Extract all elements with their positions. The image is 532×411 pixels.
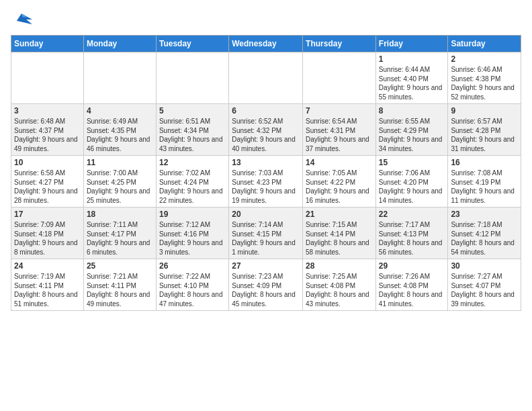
day-number: 23 [451,210,518,219]
day-info: Sunrise: 6:52 AM Sunset: 4:32 PM Dayligh… [232,117,300,153]
day-cell: 13Sunrise: 7:03 AM Sunset: 4:23 PM Dayli… [229,156,303,208]
day-number: 3 [14,106,81,116]
day-number: 22 [379,210,445,219]
day-number: 28 [306,261,373,271]
day-cell: 9Sunrise: 6:57 AM Sunset: 4:28 PM Daylig… [448,104,521,156]
day-cell: 18Sunrise: 7:11 AM Sunset: 4:17 PM Dayli… [83,208,156,259]
day-cell: 24Sunrise: 7:19 AM Sunset: 4:11 PM Dayli… [11,259,84,311]
calendar-header-sunday: Sunday [11,36,84,52]
day-info: Sunrise: 7:22 AM Sunset: 4:10 PM Dayligh… [159,272,226,308]
calendar-header-saturday: Saturday [448,36,521,52]
day-number: 26 [159,261,226,271]
day-number: 18 [87,210,153,219]
day-info: Sunrise: 6:48 AM Sunset: 4:37 PM Dayligh… [14,117,81,153]
day-cell: 23Sunrise: 7:18 AM Sunset: 4:12 PM Dayli… [448,208,521,259]
day-cell: 4Sunrise: 6:49 AM Sunset: 4:35 PM Daylig… [83,104,156,156]
day-info: Sunrise: 7:17 AM Sunset: 4:13 PM Dayligh… [379,220,445,257]
day-cell: 28Sunrise: 7:25 AM Sunset: 4:08 PM Dayli… [303,259,376,311]
day-number: 7 [306,106,373,116]
day-info: Sunrise: 6:51 AM Sunset: 4:34 PM Dayligh… [159,117,226,153]
day-cell: 8Sunrise: 6:55 AM Sunset: 4:29 PM Daylig… [375,104,448,156]
svg-marker-0 [17,13,32,24]
day-cell: 17Sunrise: 7:09 AM Sunset: 4:18 PM Dayli… [11,208,84,259]
day-info: Sunrise: 6:49 AM Sunset: 4:35 PM Dayligh… [87,117,153,153]
day-cell: 21Sunrise: 7:15 AM Sunset: 4:14 PM Dayli… [303,208,376,259]
day-info: Sunrise: 7:27 AM Sunset: 4:07 PM Dayligh… [451,272,518,308]
day-number: 24 [14,261,81,271]
week-row-1: 1Sunrise: 6:44 AM Sunset: 4:40 PM Daylig… [11,52,521,104]
logo [11,11,34,30]
day-info: Sunrise: 6:55 AM Sunset: 4:29 PM Dayligh… [379,117,445,153]
day-cell: 19Sunrise: 7:12 AM Sunset: 4:16 PM Dayli… [156,208,228,259]
day-info: Sunrise: 7:12 AM Sunset: 4:16 PM Dayligh… [159,220,226,257]
day-cell: 20Sunrise: 7:14 AM Sunset: 4:15 PM Dayli… [229,208,303,259]
day-number: 30 [451,261,518,271]
day-number: 25 [87,261,153,271]
logo-icon [11,11,32,30]
day-cell: 7Sunrise: 6:54 AM Sunset: 4:31 PM Daylig… [303,104,376,156]
week-row-2: 3Sunrise: 6:48 AM Sunset: 4:37 PM Daylig… [11,104,521,156]
day-cell: 3Sunrise: 6:48 AM Sunset: 4:37 PM Daylig… [11,104,84,156]
day-cell: 5Sunrise: 6:51 AM Sunset: 4:34 PM Daylig… [156,104,228,156]
calendar-header-wednesday: Wednesday [229,36,303,52]
day-number: 16 [451,158,518,167]
calendar-header-monday: Monday [83,36,156,52]
day-info: Sunrise: 7:05 AM Sunset: 4:22 PM Dayligh… [306,169,373,205]
day-cell: 11Sunrise: 7:00 AM Sunset: 4:25 PM Dayli… [83,156,156,208]
day-number: 11 [87,158,153,167]
day-number: 5 [159,106,226,116]
day-number: 2 [451,54,518,64]
day-info: Sunrise: 7:11 AM Sunset: 4:17 PM Dayligh… [87,220,153,257]
week-row-5: 24Sunrise: 7:19 AM Sunset: 4:11 PM Dayli… [11,259,521,311]
day-info: Sunrise: 7:23 AM Sunset: 4:09 PM Dayligh… [232,272,300,308]
day-info: Sunrise: 7:15 AM Sunset: 4:14 PM Dayligh… [306,220,373,257]
day-cell: 25Sunrise: 7:21 AM Sunset: 4:11 PM Dayli… [83,259,156,311]
week-row-4: 17Sunrise: 7:09 AM Sunset: 4:18 PM Dayli… [11,208,521,259]
day-number: 21 [306,210,373,219]
day-cell: 15Sunrise: 7:06 AM Sunset: 4:20 PM Dayli… [375,156,448,208]
day-info: Sunrise: 7:06 AM Sunset: 4:20 PM Dayligh… [379,169,445,205]
day-cell: 27Sunrise: 7:23 AM Sunset: 4:09 PM Dayli… [229,259,303,311]
day-cell: 1Sunrise: 6:44 AM Sunset: 4:40 PM Daylig… [375,52,448,104]
day-info: Sunrise: 6:54 AM Sunset: 4:31 PM Dayligh… [306,117,373,153]
day-cell: 10Sunrise: 6:58 AM Sunset: 4:27 PM Dayli… [11,156,84,208]
day-cell: 2Sunrise: 6:46 AM Sunset: 4:38 PM Daylig… [448,52,521,104]
day-info: Sunrise: 7:08 AM Sunset: 4:19 PM Dayligh… [451,169,518,205]
day-cell: 12Sunrise: 7:02 AM Sunset: 4:24 PM Dayli… [156,156,228,208]
calendar-table: SundayMondayTuesdayWednesdayThursdayFrid… [11,35,521,311]
day-info: Sunrise: 7:19 AM Sunset: 4:11 PM Dayligh… [14,272,81,308]
day-cell: 6Sunrise: 6:52 AM Sunset: 4:32 PM Daylig… [229,104,303,156]
day-info: Sunrise: 7:25 AM Sunset: 4:08 PM Dayligh… [306,272,373,308]
day-number: 15 [379,158,445,167]
day-number: 6 [232,106,300,116]
day-info: Sunrise: 6:58 AM Sunset: 4:27 PM Dayligh… [14,169,81,205]
calendar-header-tuesday: Tuesday [156,36,228,52]
week-row-3: 10Sunrise: 6:58 AM Sunset: 4:27 PM Dayli… [11,156,521,208]
day-number: 13 [232,158,300,167]
calendar-header-row: SundayMondayTuesdayWednesdayThursdayFrid… [11,36,521,52]
day-info: Sunrise: 7:00 AM Sunset: 4:25 PM Dayligh… [87,169,153,205]
day-cell: 26Sunrise: 7:22 AM Sunset: 4:10 PM Dayli… [156,259,228,311]
day-cell: 14Sunrise: 7:05 AM Sunset: 4:22 PM Dayli… [303,156,376,208]
day-number: 8 [379,106,445,116]
day-info: Sunrise: 7:18 AM Sunset: 4:12 PM Dayligh… [451,220,518,257]
day-cell [156,52,228,104]
calendar-header-thursday: Thursday [303,36,376,52]
day-number: 12 [159,158,226,167]
day-info: Sunrise: 7:14 AM Sunset: 4:15 PM Dayligh… [232,220,300,257]
page-header [11,11,521,30]
day-info: Sunrise: 7:09 AM Sunset: 4:18 PM Dayligh… [14,220,81,257]
day-info: Sunrise: 7:03 AM Sunset: 4:23 PM Dayligh… [232,169,300,205]
day-number: 9 [451,106,518,116]
day-info: Sunrise: 7:21 AM Sunset: 4:11 PM Dayligh… [87,272,153,308]
day-cell: 29Sunrise: 7:26 AM Sunset: 4:08 PM Dayli… [375,259,448,311]
day-cell [83,52,156,104]
day-cell: 22Sunrise: 7:17 AM Sunset: 4:13 PM Dayli… [375,208,448,259]
day-cell [303,52,376,104]
day-number: 19 [159,210,226,219]
day-number: 27 [232,261,300,271]
day-number: 20 [232,210,300,219]
day-number: 14 [306,158,373,167]
day-cell: 30Sunrise: 7:27 AM Sunset: 4:07 PM Dayli… [448,259,521,311]
day-number: 10 [14,158,81,167]
